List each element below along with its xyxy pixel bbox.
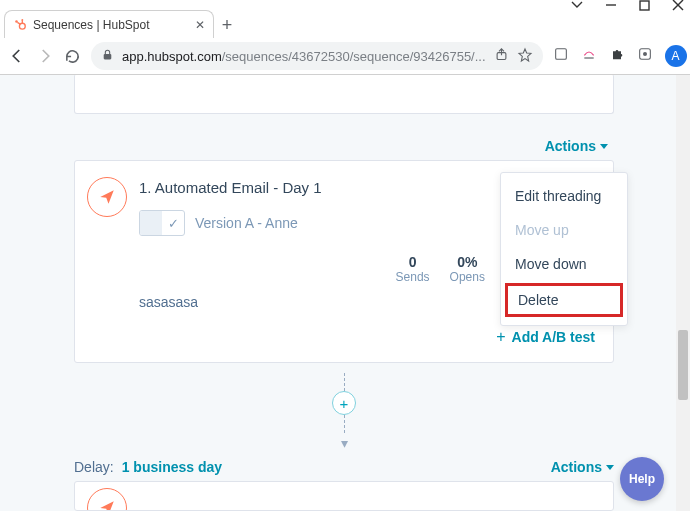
version-selector[interactable]: ✓ xyxy=(139,210,185,236)
profile-avatar[interactable]: A xyxy=(665,45,687,67)
new-tab-button[interactable]: + xyxy=(214,12,240,38)
window-collapse-icon[interactable] xyxy=(571,1,583,9)
extension-icon[interactable] xyxy=(637,46,653,66)
url-text: app.hubspot.com/sequences/43672530/seque… xyxy=(122,49,486,64)
stat-sends: 0 Sends xyxy=(396,254,430,284)
extension-icon[interactable] xyxy=(581,46,597,66)
lock-icon xyxy=(101,48,114,64)
svg-point-8 xyxy=(21,19,23,21)
menu-move-down[interactable]: Move down xyxy=(501,247,627,281)
address-bar[interactable]: app.hubspot.com/sequences/43672530/seque… xyxy=(91,42,543,70)
check-icon: ✓ xyxy=(162,211,184,235)
plus-icon: + xyxy=(496,328,505,346)
svg-line-6 xyxy=(17,22,20,24)
add-ab-test-button[interactable]: + Add A/B test xyxy=(139,328,595,346)
window-close-icon[interactable] xyxy=(672,0,684,11)
delay-value[interactable]: 1 business day xyxy=(122,459,222,475)
browser-toolbar: app.hubspot.com/sequences/43672530/seque… xyxy=(0,38,690,74)
help-button[interactable]: Help xyxy=(620,457,664,501)
extensions-puzzle-icon[interactable] xyxy=(609,46,625,66)
actions-label: Actions xyxy=(545,138,596,154)
tabstrip: Sequences | HubSpot ✕ + xyxy=(0,10,690,38)
window-titlebar xyxy=(0,0,690,10)
hubspot-favicon-icon xyxy=(13,18,27,32)
reload-button[interactable] xyxy=(64,45,81,67)
actions-dropdown-menu: Edit threading Move up Move down Delete xyxy=(500,172,628,326)
forward-button[interactable] xyxy=(36,45,54,67)
svg-point-14 xyxy=(643,52,647,56)
menu-delete[interactable]: Delete xyxy=(505,283,623,317)
window-minimize-icon[interactable] xyxy=(605,0,617,11)
delay-row: Delay: 1 business day Actions xyxy=(74,459,614,475)
paper-plane-icon xyxy=(87,177,127,217)
tab-title: Sequences | HubSpot xyxy=(33,18,189,32)
tab-close-icon[interactable]: ✕ xyxy=(195,18,205,32)
svg-rect-11 xyxy=(555,49,566,60)
arrow-down-icon: ▾ xyxy=(341,435,348,451)
app-viewport: Actions 1. Automated Email - Day 1 ✓ Ver… xyxy=(0,75,690,511)
browser-tab[interactable]: Sequences | HubSpot ✕ xyxy=(4,10,214,38)
actions-dropdown-button[interactable]: Actions xyxy=(545,138,608,154)
version-label: Version A - Anne xyxy=(195,215,298,231)
step-connector: + ▾ xyxy=(74,363,614,455)
version-chip-blank xyxy=(140,211,162,235)
stat-opens: 0% Opens xyxy=(450,254,485,284)
chevron-down-icon xyxy=(600,144,608,149)
previous-card-edge xyxy=(74,75,614,114)
extension-icon[interactable] xyxy=(553,46,569,66)
add-step-button[interactable]: + xyxy=(332,391,356,415)
menu-edit-threading[interactable]: Edit threading xyxy=(501,179,627,213)
paper-plane-icon xyxy=(87,488,127,511)
actions-dropdown-button[interactable]: Actions xyxy=(551,459,614,475)
window-maximize-icon[interactable] xyxy=(639,0,650,11)
chevron-down-icon xyxy=(606,465,614,470)
extension-icons: A ⋮ xyxy=(553,45,690,67)
browser-chrome: Sequences | HubSpot ✕ + app.hubspot.com/… xyxy=(0,0,690,75)
share-icon[interactable] xyxy=(494,47,509,65)
svg-rect-9 xyxy=(104,54,112,59)
delay-label: Delay: xyxy=(74,459,114,475)
svg-rect-1 xyxy=(640,1,649,10)
sequence-step-card xyxy=(74,481,614,511)
star-icon[interactable] xyxy=(517,47,533,66)
menu-move-up[interactable]: Move up xyxy=(501,213,627,247)
back-button[interactable] xyxy=(8,45,26,67)
